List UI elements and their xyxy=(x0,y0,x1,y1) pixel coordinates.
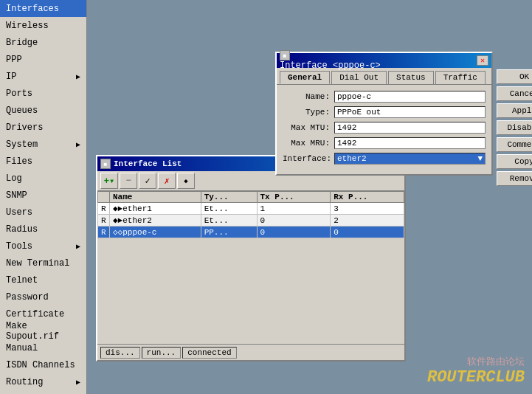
sidebar-item-system[interactable]: System ▶ xyxy=(0,136,86,153)
ok-button[interactable]: OK xyxy=(497,69,532,84)
sidebar-item-bridge[interactable]: Bridge xyxy=(0,34,86,51)
interface-list-title: ■ Interface List xyxy=(100,159,182,169)
interface-list-statusbar: dis... run... connected xyxy=(97,344,404,360)
table-row[interactable]: R ◇◇pppoe-c PP... 0 0 xyxy=(98,227,404,238)
name-label: Name: xyxy=(283,92,334,101)
cancel-button[interactable]: Cancel xyxy=(497,86,532,101)
sidebar-item-ip[interactable]: IP ▶ xyxy=(0,68,86,85)
add-interface-button[interactable]: +▾ xyxy=(100,173,118,189)
field-interface-row: Interface: ether2 ▼ xyxy=(283,153,486,165)
field-name-row: Name: xyxy=(283,91,486,103)
col-tx[interactable]: Tx P... xyxy=(257,192,331,203)
mtu-label: Max MTU: xyxy=(283,123,334,132)
type-input[interactable] xyxy=(334,106,486,118)
sidebar-item-queues[interactable]: Queues xyxy=(0,102,86,119)
mru-label: Max MRU: xyxy=(283,139,334,148)
sidebar-item-users[interactable]: Users xyxy=(0,204,86,221)
sidebar-item-tools[interactable]: Tools ▶ xyxy=(0,238,86,255)
disable-interface-button[interactable]: ✗ xyxy=(158,173,176,189)
chevron-right-icon: ▶ xyxy=(76,378,80,387)
enable-interface-button[interactable]: ✓ xyxy=(139,173,156,189)
interface-dialog-close-button[interactable]: ✕ xyxy=(477,55,488,66)
tab-dial-out[interactable]: Dial Out xyxy=(331,71,387,84)
row-status: R xyxy=(98,203,110,215)
dropdown-arrow-icon: ▼ xyxy=(477,154,483,163)
copy-button[interactable]: Copy xyxy=(497,154,532,169)
status-connected: connected xyxy=(182,347,236,359)
sidebar-item-radius[interactable]: Radius xyxy=(0,221,86,238)
chevron-right-icon: ▶ xyxy=(76,140,80,149)
field-type-row: Type: xyxy=(283,106,486,118)
sidebar-item-manual[interactable]: Manual xyxy=(0,339,86,356)
sidebar-item-interfaces[interactable]: Interfaces xyxy=(0,0,86,17)
dialog-content: Name: Type: Max MTU: Max MRU: Interface:… xyxy=(277,84,491,174)
row-tx: 1 xyxy=(257,203,331,215)
row-type: Et... xyxy=(201,203,257,215)
watermark-top-text: 软件路由论坛 xyxy=(427,355,525,368)
table-row[interactable]: R ◆►ether2 Et... 0 2 xyxy=(98,215,404,227)
tab-traffic[interactable]: Traffic xyxy=(435,71,486,84)
col-name[interactable]: Name xyxy=(110,192,201,203)
interface-dialog-title: ■ Interface <pppoe-c> xyxy=(280,50,381,71)
sidebar-item-routing[interactable]: Routing ▶ xyxy=(0,373,86,390)
sidebar-item-new-terminal[interactable]: New Terminal xyxy=(0,255,86,272)
row-name: ◇◇pppoe-c xyxy=(110,227,201,238)
type-label: Type: xyxy=(283,108,334,117)
sidebar-item-isdn-channels[interactable]: ISDN Channels xyxy=(0,356,86,373)
window-icon: ■ xyxy=(100,159,111,169)
sidebar-item-wireless[interactable]: Wireless xyxy=(0,17,86,34)
sidebar-item-drivers[interactable]: Drivers xyxy=(0,119,86,136)
dialog-tabs: General Dial Out Status Traffic xyxy=(277,68,491,84)
row-type: PP... xyxy=(201,227,257,238)
tab-general[interactable]: General xyxy=(280,71,330,84)
col-rx[interactable]: Rx P... xyxy=(331,192,404,203)
dialog-buttons-panel: OK Cancel Apply Disable Comment Copy Rem… xyxy=(497,69,532,186)
chevron-right-icon: ▶ xyxy=(76,72,80,81)
interface-dropdown[interactable]: ether2 ▼ xyxy=(334,153,486,165)
col-status[interactable] xyxy=(98,192,110,203)
sidebar-item-files[interactable]: Files xyxy=(0,153,86,170)
remove-interface-button[interactable]: − xyxy=(120,173,137,189)
table-row[interactable]: R ◆►ether1 Et... 1 3 xyxy=(98,203,404,215)
status-dis: dis... xyxy=(100,347,140,359)
sidebar-item-make-supout[interactable]: Make Supout.rif xyxy=(0,322,86,339)
extra-action-button[interactable]: ◆ xyxy=(177,173,195,189)
row-rx: 3 xyxy=(331,203,404,215)
chevron-right-icon: ▶ xyxy=(76,242,80,251)
mru-input[interactable] xyxy=(334,137,486,149)
remove-button[interactable]: Remove xyxy=(497,171,532,186)
field-mtu-row: Max MTU: xyxy=(283,122,486,134)
watermark-bottom-text: ROUTERCLUB xyxy=(427,368,525,387)
dialog-icon: ■ xyxy=(280,50,290,61)
sidebar-item-ppp[interactable]: PPP xyxy=(0,51,86,68)
sidebar-item-password[interactable]: Password xyxy=(0,288,86,305)
sidebar-item-exit[interactable]: Exit xyxy=(0,390,86,394)
desktop: ■ Interface List ✕ +▾ − ✓ ✗ ◆ Name Ty...… xyxy=(87,0,532,394)
sidebar-item-log[interactable]: Log xyxy=(0,170,86,187)
row-status: R xyxy=(98,227,110,238)
row-type: Et... xyxy=(201,215,257,227)
col-type[interactable]: Ty... xyxy=(201,192,257,203)
interface-table: Name Ty... Tx P... Rx P... R ◆►ether1 Et… xyxy=(97,191,404,238)
sidebar-item-telnet[interactable]: Telnet xyxy=(0,272,86,288)
apply-button[interactable]: Apply xyxy=(497,103,532,118)
interface-table-area[interactable]: Name Ty... Tx P... Rx P... R ◆►ether1 Et… xyxy=(97,191,404,330)
sidebar-item-snmp[interactable]: SNMP xyxy=(0,187,86,204)
name-input[interactable] xyxy=(334,91,486,103)
row-rx: 2 xyxy=(331,215,404,227)
status-run: run... xyxy=(142,347,182,359)
disable-button[interactable]: Disable xyxy=(497,120,532,135)
row-tx: 0 xyxy=(257,215,331,227)
interface-list-window: ■ Interface List ✕ +▾ − ✓ ✗ ◆ Name Ty...… xyxy=(96,155,406,362)
sidebar-item-ports[interactable]: Ports xyxy=(0,85,86,102)
interface-dialog-titlebar: ■ Interface <pppoe-c> ✕ xyxy=(277,53,491,68)
tab-status[interactable]: Status xyxy=(388,71,434,84)
row-name: ◆►ether1 xyxy=(110,203,201,215)
row-tx: 0 xyxy=(257,227,331,238)
interface-label: Interface: xyxy=(283,154,334,163)
row-rx: 0 xyxy=(331,227,404,238)
comment-button[interactable]: Comment xyxy=(497,137,532,152)
mtu-input[interactable] xyxy=(334,122,486,134)
watermark: 软件路由论坛 ROUTERCLUB xyxy=(427,355,525,387)
sidebar: Interfaces Wireless Bridge PPP IP ▶ Port… xyxy=(0,0,87,394)
